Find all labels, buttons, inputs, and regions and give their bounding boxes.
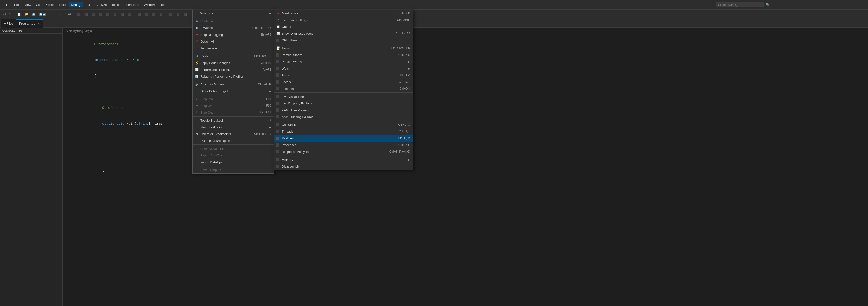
misc-btn-1[interactable]: ⬛ xyxy=(168,12,174,17)
editor-content[interactable]: 0 references internal class Program { 0 … xyxy=(63,34,868,181)
win-menu-tasks[interactable]: 📝 Tasks Ctrl+Shift+D, K xyxy=(274,45,413,52)
memory-label: Memory xyxy=(282,158,406,162)
win-menu-modules[interactable]: Modules Ctrl+D, M xyxy=(274,135,413,142)
debug-btn-8[interactable]: ⬛ xyxy=(126,12,132,17)
new-file-button[interactable]: 📄 xyxy=(16,12,22,17)
debug-menu-other-targets[interactable]: Other Debug Targets ▶ xyxy=(193,88,274,94)
debug-btn-3[interactable]: ⬛ xyxy=(90,12,96,17)
menu-analyze[interactable]: Analyze xyxy=(93,2,109,7)
debug-menu-windows[interactable]: Windows ▶ xyxy=(193,10,274,17)
debug-menu-attach[interactable]: 🔗 Attach to Process... Ctrl+Alt+P xyxy=(193,81,274,88)
win-menu-locals[interactable]: Locals Ctrl+D, L xyxy=(274,79,413,85)
breakpoint-btn[interactable]: ⬛ xyxy=(136,12,143,17)
debug-menu-continue[interactable]: ▶ Continue F5 xyxy=(193,18,274,25)
misc-btn-2[interactable]: ⬛ xyxy=(175,12,181,17)
step-into-btn[interactable]: ⬛ xyxy=(144,12,150,17)
diagnostic-label: Show Diagnostic Tools xyxy=(282,32,390,35)
delete-bps-icon: 🗑 xyxy=(195,132,199,136)
win-menu-xaml-binding[interactable]: XAML Binding Failures xyxy=(274,113,413,120)
menu-file[interactable]: File xyxy=(2,2,12,7)
attach-label: Attach to Process... xyxy=(200,83,252,86)
win-menu-parallel-watch[interactable]: Parallel Watch ▶ xyxy=(274,58,413,65)
autos-label: Autos xyxy=(282,74,393,77)
restart-shortcut: Ctrl+Shift+F5 xyxy=(254,54,271,58)
win-menu-diag-analysis[interactable]: Diagnostic Analysis Ctrl+Shift+Alt+D xyxy=(274,148,413,155)
save-all-button[interactable]: 💾💾 xyxy=(38,12,48,17)
menu-help[interactable]: Help xyxy=(157,2,168,7)
win-menu-threads[interactable]: Threads Ctrl+D, T xyxy=(274,128,413,135)
win-menu-disassembly[interactable]: Disassembly xyxy=(274,163,413,170)
debug-menu-apply-code[interactable]: ⚡ Apply Code Changes Alt+F10 xyxy=(193,59,274,66)
menu-window[interactable]: Window xyxy=(142,2,157,7)
menu-edit[interactable]: Edit xyxy=(12,2,22,7)
debug-btn-5[interactable]: ⬛ xyxy=(105,12,111,17)
search-input[interactable] xyxy=(716,2,764,7)
debug-menu-detach[interactable]: ✕ Detach All xyxy=(193,38,274,45)
menu-view[interactable]: View xyxy=(22,2,33,7)
debug-menu-new-bp[interactable]: New Breakpoint ▶ xyxy=(193,124,274,131)
win-menu-breakpoints[interactable]: ● Breakpoints Ctrl+D, B xyxy=(274,10,413,17)
debug-menu-step-into[interactable]: ⬇ Step Into F11 xyxy=(193,95,274,102)
win-menu-exception[interactable]: ⚠ Exception Settings Ctrl+Alt+E xyxy=(274,17,413,23)
debug-menu-restart[interactable]: ↺ Restart Ctrl+Shift+F5 xyxy=(193,53,274,59)
menu-test[interactable]: Test xyxy=(83,2,93,7)
tab-close-button[interactable]: ✕ xyxy=(37,22,40,25)
redo-button[interactable]: ↪ xyxy=(57,12,62,17)
win-menu-immediate[interactable]: Immediate Ctrl+D, I xyxy=(274,85,413,92)
back-button[interactable]: ◁ xyxy=(2,12,7,17)
win-menu-memory[interactable]: Memory ▶ xyxy=(274,156,413,163)
win-menu-diagnostic[interactable]: 📊 Show Diagnostic Tools Ctrl+Alt+F2 xyxy=(274,30,413,37)
debug-menu-step-out[interactable]: ⬆ Step Out Shift+F11 xyxy=(193,109,274,116)
save-button[interactable]: 💾 xyxy=(31,12,37,17)
win-menu-live-property[interactable]: Live Property Explorer xyxy=(274,100,413,107)
menu-git[interactable]: Git xyxy=(33,2,42,7)
debug-btn-6[interactable]: ⬛ xyxy=(112,12,118,17)
debug-btn-4[interactable]: ⬛ xyxy=(97,12,104,17)
debug-menu-terminate[interactable]: Terminate All xyxy=(193,45,274,52)
debug-menu-stop[interactable]: ■ Stop Debugging Shift+F5 xyxy=(193,31,274,38)
code-line-3: { xyxy=(63,68,868,84)
forward-button[interactable]: ▷ xyxy=(8,12,12,17)
menu-project[interactable]: Project xyxy=(42,2,57,7)
win-menu-xaml-preview[interactable]: XAML Live Preview xyxy=(274,107,413,113)
win-menu-processes[interactable]: Processes Ctrl+D, P xyxy=(274,142,413,148)
undo-button[interactable]: ↩ xyxy=(51,12,56,17)
menu-debug[interactable]: Debug xyxy=(68,2,83,7)
delete-bps-label: Delete All Breakpoints xyxy=(200,132,248,136)
debug-btn-1[interactable]: ⬛ xyxy=(76,12,82,17)
debug-menu-disable-bps[interactable]: Disable All Breakpoints xyxy=(193,137,274,144)
win-menu-output[interactable]: 📋 Output xyxy=(274,23,413,30)
diag-analysis-label: Diagnostic Analysis xyxy=(282,150,384,154)
debug-menu-step-over[interactable]: ➡ Step Over F10 xyxy=(193,102,274,109)
win-menu-live-visual-tree[interactable]: Live Visual Tree xyxy=(274,93,413,100)
win-menu-watch[interactable]: Watch ▶ xyxy=(274,65,413,72)
step-over-btn[interactable]: ⬛ xyxy=(151,12,157,17)
step-over-icon: ➡ xyxy=(195,104,199,108)
menu-tools[interactable]: Tools xyxy=(109,2,121,7)
debug-menu-toggle-bp[interactable]: Toggle Breakpoint F9 xyxy=(193,117,274,124)
step-out-btn[interactable]: ⬛ xyxy=(158,12,164,17)
debug-menu-export-datatips[interactable]: Export DataTips ... xyxy=(193,152,274,159)
debug-btn-7[interactable]: ⬛ xyxy=(119,12,125,17)
tab-program-cs[interactable]: Program.cs ✕ xyxy=(17,19,43,28)
win-menu-gpu[interactable]: GPU Threads xyxy=(274,37,413,44)
menu-build[interactable]: Build xyxy=(57,2,68,7)
win-menu-autos[interactable]: Autos Ctrl+D, A xyxy=(274,72,413,79)
open-file-button[interactable]: 📁 xyxy=(23,12,30,17)
debug-btn-2[interactable]: ⬛ xyxy=(83,12,89,17)
tab-files[interactable]: ≡ Files xyxy=(1,19,17,28)
debug-menu-break-all[interactable]: ⏸ Break All Ctrl+Alt+Break xyxy=(193,25,274,31)
win-menu-parallel-stacks[interactable]: Parallel Stacks Ctrl+D, S xyxy=(274,52,413,58)
new-bp-label: New Breakpoint xyxy=(200,126,267,129)
debug-menu-import-datatips[interactable]: Import DataTips ... xyxy=(193,159,274,165)
debug-menu-profiler[interactable]: 📊 Performance Profiler... Alt+F2 xyxy=(193,66,274,73)
debug-menu-delete-bps[interactable]: 🗑 Delete All Breakpoints Ctrl+Shift+F9 xyxy=(193,131,274,137)
memory-arrow-icon: ▶ xyxy=(408,158,410,162)
misc-btn-3[interactable]: ⬛ xyxy=(182,12,188,17)
debug-menu-save-dump[interactable]: Save Dump As... xyxy=(193,167,274,173)
gpu-icon xyxy=(276,38,279,42)
debug-menu-relaunch-profiler[interactable]: 🔄 Relaunch Performance Profiler xyxy=(193,73,274,80)
menu-extensions[interactable]: Extensions xyxy=(121,2,142,7)
debug-menu-clear-datatips[interactable]: Clear All DataTips xyxy=(193,145,274,152)
win-menu-call-stack[interactable]: Call Stack Ctrl+D, C xyxy=(274,121,413,128)
